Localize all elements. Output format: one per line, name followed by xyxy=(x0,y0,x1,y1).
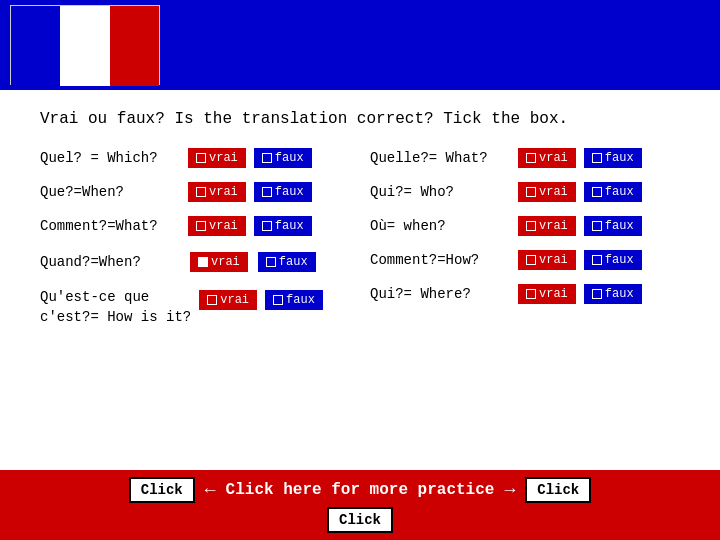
french-flag xyxy=(10,5,160,85)
click-bottom-button[interactable]: Click xyxy=(327,507,393,533)
faux-button-r1[interactable]: faux xyxy=(584,148,642,168)
checkbox-icon xyxy=(196,153,206,163)
header xyxy=(0,0,720,90)
checkbox-icon xyxy=(266,257,276,267)
checkbox-icon xyxy=(526,255,536,265)
table-row: Quel? = Which? vrai faux xyxy=(40,148,350,168)
table-row: Qui?= Where? vrai faux xyxy=(370,284,680,304)
faux-button-r3[interactable]: faux xyxy=(584,216,642,236)
question-label: Comment?=What? xyxy=(40,218,180,234)
checkbox-icon xyxy=(526,221,536,231)
checkbox-icon xyxy=(592,153,602,163)
footer-inner: Click ← Click here for more practice → C… xyxy=(129,477,592,533)
checkbox-icon xyxy=(592,255,602,265)
table-row: Quelle?= What? vrai faux xyxy=(370,148,680,168)
question-label: Comment?=How? xyxy=(370,252,510,268)
main-content: Vrai ou faux? Is the translation correct… xyxy=(0,90,720,361)
table-row: Qu'est-ce quec'est?= How is it? vrai fau… xyxy=(40,288,350,327)
vrai-button-r3[interactable]: vrai xyxy=(518,216,576,236)
table-row: Que?=When? vrai faux xyxy=(40,182,350,202)
question-label: Que?=When? xyxy=(40,184,180,200)
checkbox-icon xyxy=(526,289,536,299)
question-label: Qui?= Where? xyxy=(370,286,510,302)
checkbox-icon xyxy=(526,153,536,163)
question-label: Quelle?= What? xyxy=(370,150,510,166)
footer-center-text: Click here for more practice xyxy=(226,481,495,499)
checkbox-icon xyxy=(196,187,206,197)
table-row: Où= when? vrai faux xyxy=(370,216,680,236)
question-label: Qui?= Who? xyxy=(370,184,510,200)
vrai-button-4[interactable]: vrai xyxy=(188,250,250,274)
flag-white xyxy=(60,6,109,86)
vrai-button-r2[interactable]: vrai xyxy=(518,182,576,202)
right-column: Quelle?= What? vrai faux Qui?= Who? vrai… xyxy=(370,148,680,341)
vrai-button-3[interactable]: vrai xyxy=(188,216,246,236)
faux-button-5[interactable]: faux xyxy=(265,290,323,310)
checkbox-icon xyxy=(592,187,602,197)
faux-button-r5[interactable]: faux xyxy=(584,284,642,304)
vrai-button-r5[interactable]: vrai xyxy=(518,284,576,304)
checkbox-icon xyxy=(207,295,217,305)
vrai-button-2[interactable]: vrai xyxy=(188,182,246,202)
vrai-button-r4[interactable]: vrai xyxy=(518,250,576,270)
flag-red xyxy=(110,6,159,86)
footer-row1: Click ← Click here for more practice → C… xyxy=(129,477,592,503)
question-label: Quand?=When? xyxy=(40,254,180,270)
table-row: Comment?=How? vrai faux xyxy=(370,250,680,270)
checkbox-icon xyxy=(592,289,602,299)
question-label: Où= when? xyxy=(370,218,510,234)
checkbox-icon xyxy=(273,295,283,305)
table-row: Quand?=When? vrai faux xyxy=(40,250,350,274)
checkbox-icon xyxy=(262,153,272,163)
arrow-left-icon: ← xyxy=(205,480,216,500)
arrow-right-icon: → xyxy=(504,480,515,500)
checkbox-icon xyxy=(262,221,272,231)
vrai-button-r1[interactable]: vrai xyxy=(518,148,576,168)
faux-button-4[interactable]: faux xyxy=(258,252,316,272)
left-column: Quel? = Which? vrai faux Que?=When? vrai… xyxy=(40,148,350,341)
faux-button-3[interactable]: faux xyxy=(254,216,312,236)
footer: Click ← Click here for more practice → C… xyxy=(0,470,720,540)
vrai-button-1[interactable]: vrai xyxy=(188,148,246,168)
click-left-button[interactable]: Click xyxy=(129,477,195,503)
questions-container: Quel? = Which? vrai faux Que?=When? vrai… xyxy=(40,148,680,341)
checkbox-icon xyxy=(196,221,206,231)
faux-button-r2[interactable]: faux xyxy=(584,182,642,202)
checkbox-icon xyxy=(526,187,536,197)
faux-button-1[interactable]: faux xyxy=(254,148,312,168)
checkbox-icon xyxy=(198,257,208,267)
flag-blue xyxy=(11,6,60,86)
checkbox-icon xyxy=(592,221,602,231)
footer-row2: Click xyxy=(327,507,393,533)
click-right-button[interactable]: Click xyxy=(525,477,591,503)
question-label: Qu'est-ce quec'est?= How is it? xyxy=(40,288,191,327)
instruction-text: Vrai ou faux? Is the translation correct… xyxy=(40,110,680,128)
faux-button-r4[interactable]: faux xyxy=(584,250,642,270)
table-row: Comment?=What? vrai faux xyxy=(40,216,350,236)
table-row: Qui?= Who? vrai faux xyxy=(370,182,680,202)
question-label: Quel? = Which? xyxy=(40,150,180,166)
checkbox-icon xyxy=(262,187,272,197)
vrai-button-5[interactable]: vrai xyxy=(199,290,257,310)
faux-button-2[interactable]: faux xyxy=(254,182,312,202)
